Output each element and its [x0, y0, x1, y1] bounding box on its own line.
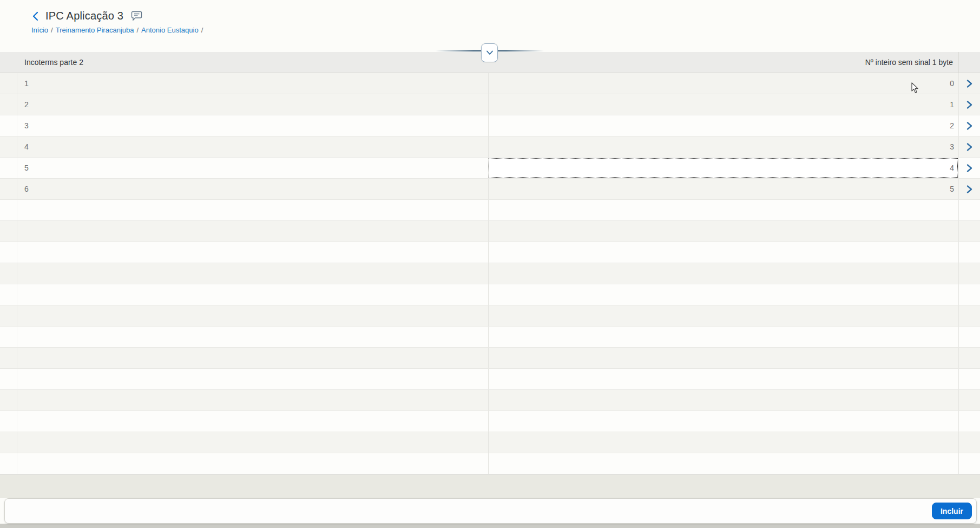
chevron-left-icon: [31, 11, 39, 22]
row-navigation-empty: [958, 369, 980, 389]
comment-icon[interactable]: [131, 11, 142, 22]
data-table: Incoterms parte 2 Nº inteiro sem sinal 1…: [0, 52, 980, 474]
cell-incoterms-empty: [17, 263, 488, 284]
bottom-strip: [0, 524, 980, 528]
back-icon[interactable]: [31, 11, 39, 22]
chevron-right-icon[interactable]: [966, 164, 973, 173]
header-gutter: [0, 52, 17, 73]
cell-incoterms-empty: [17, 453, 488, 474]
table-body: 102132435465: [0, 73, 980, 474]
row-navigation-empty: [958, 263, 980, 284]
footer-bar: Incluir: [4, 498, 977, 524]
chevron-right-icon[interactable]: [966, 79, 973, 88]
cell-inteiro-empty: [488, 284, 958, 305]
title-row: IPC Aplicação 3: [31, 10, 142, 22]
row-navigation-empty: [958, 200, 980, 220]
chevron-down-icon: [486, 50, 494, 55]
cell-inteiro-empty: [488, 411, 958, 432]
page: IPC Aplicação 3 Início/Treinamento Pirac…: [0, 0, 980, 528]
row-gutter: [0, 327, 17, 347]
empty-table-row: [0, 453, 980, 474]
cell-incoterms: 3: [17, 115, 488, 136]
empty-table-row: [0, 284, 980, 305]
below-table-band: [0, 474, 980, 498]
table-row[interactable]: 54: [0, 158, 980, 179]
row-navigation-empty: [958, 305, 980, 326]
row-navigation-empty: [958, 327, 980, 347]
cell-inteiro: 0: [488, 73, 958, 94]
empty-table-row: [0, 390, 980, 411]
cell-inteiro: 2: [488, 115, 958, 136]
chevron-right-icon: [966, 142, 973, 152]
cell-inteiro-focused[interactable]: 4: [488, 158, 958, 178]
breadcrumb: Início/Treinamento Piracanjuba/Antonio E…: [31, 26, 206, 34]
cell-inteiro: 1: [488, 94, 958, 115]
cell-incoterms: 2: [17, 94, 488, 115]
row-gutter: [0, 411, 17, 432]
row-gutter: [0, 242, 17, 263]
row-navigation[interactable]: [958, 179, 980, 199]
empty-table-row: [0, 242, 980, 263]
row-gutter: [0, 305, 17, 326]
row-navigation[interactable]: [958, 115, 980, 136]
cell-incoterms-empty: [17, 200, 488, 220]
cell-inteiro-empty: [488, 305, 958, 326]
row-navigation-empty: [958, 432, 980, 453]
cell-inteiro: 5: [488, 179, 958, 199]
chevron-right-icon: [966, 164, 973, 173]
row-gutter: [0, 453, 17, 474]
empty-table-row: [0, 411, 980, 432]
cell-incoterms-empty: [17, 348, 488, 368]
breadcrumb-link-treinamento[interactable]: Treinamento Piracanjuba: [56, 26, 134, 34]
row-gutter: [0, 348, 17, 368]
row-navigation[interactable]: [958, 94, 980, 115]
page-title: IPC Aplicação 3: [45, 10, 123, 22]
chevron-right-icon[interactable]: [966, 142, 973, 152]
cell-inteiro-empty: [488, 263, 958, 284]
collapse-header-button[interactable]: [481, 43, 498, 62]
cell-incoterms-empty: [17, 369, 488, 389]
cell-inteiro-empty: [488, 390, 958, 410]
row-navigation-empty: [958, 284, 980, 305]
cell-inteiro-empty: [488, 432, 958, 453]
row-navigation-empty: [958, 348, 980, 368]
row-navigation[interactable]: [958, 158, 980, 178]
column-header-incoterms: Incoterms parte 2: [17, 52, 488, 73]
incluir-button[interactable]: Incluir: [932, 503, 972, 519]
cell-incoterms-empty: [17, 284, 488, 305]
column-header-inteiro: Nº inteiro sem sinal 1 byte: [488, 52, 958, 73]
row-navigation-empty: [958, 411, 980, 432]
empty-table-row: [0, 305, 980, 327]
row-gutter: [0, 179, 17, 199]
breadcrumb-link-inicio[interactable]: Início: [31, 26, 48, 34]
table-row[interactable]: 43: [0, 136, 980, 158]
cell-inteiro-empty: [488, 221, 958, 242]
row-gutter: [0, 158, 17, 178]
cell-inteiro-empty: [488, 242, 958, 263]
row-navigation-empty: [958, 390, 980, 410]
chevron-right-icon[interactable]: [966, 100, 973, 109]
row-gutter: [0, 369, 17, 389]
breadcrumb-link-antonio[interactable]: Antonio Eustaquio: [141, 26, 199, 34]
table-row[interactable]: 10: [0, 73, 980, 94]
table-row[interactable]: 65: [0, 179, 980, 200]
row-gutter: [0, 73, 17, 94]
row-navigation[interactable]: [958, 136, 980, 157]
cell-incoterms-empty: [17, 242, 488, 263]
row-navigation[interactable]: [958, 73, 980, 94]
row-gutter: [0, 115, 17, 136]
chevron-right-icon: [966, 121, 973, 131]
table-row[interactable]: 32: [0, 115, 980, 136]
empty-table-row: [0, 432, 980, 453]
row-gutter: [0, 200, 17, 220]
empty-table-row: [0, 200, 980, 221]
chevron-right-icon[interactable]: [966, 121, 973, 131]
cell-incoterms-empty: [17, 221, 488, 242]
cell-incoterms-empty: [17, 411, 488, 432]
table-row[interactable]: 21: [0, 94, 980, 115]
chevron-right-icon[interactable]: [966, 185, 973, 194]
empty-table-row: [0, 348, 980, 369]
cell-incoterms-empty: [17, 327, 488, 347]
cell-incoterms: 1: [17, 73, 488, 94]
breadcrumb-separator: /: [51, 26, 53, 34]
